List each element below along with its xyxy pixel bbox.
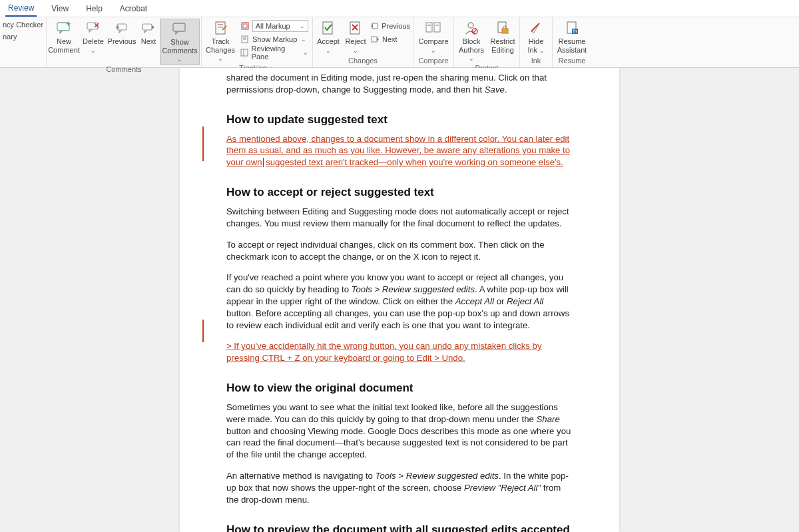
reject-button[interactable]: Reject: [342, 19, 369, 55]
resume-assistant-icon: in: [563, 20, 581, 36]
heading-preview-accepted: How to preview the document with all sug…: [226, 523, 573, 533]
resume-assistant-label: Resume Assistant: [557, 37, 587, 54]
show-comments-label: Show Comments: [162, 38, 198, 63]
para-ins1: As mentioned above, changes to a documen…: [226, 133, 573, 168]
previous-change-button[interactable]: Previous: [370, 20, 410, 32]
show-comments-icon: [170, 21, 189, 37]
para-3b: An alternative method is navigating to T…: [226, 470, 573, 505]
svg-text:+: +: [66, 21, 71, 29]
previous-comment-icon: [113, 20, 131, 36]
svg-rect-7: [173, 23, 185, 31]
new-comment-icon: +: [55, 20, 73, 36]
accept-button[interactable]: Accept: [314, 19, 342, 55]
group-ink: Hide Ink Ink: [520, 17, 553, 67]
group-label-comments: Comments: [48, 65, 200, 75]
show-markup-button[interactable]: Show Markup⌄: [240, 33, 308, 45]
restrict-editing-label: Restrict Editing: [490, 37, 515, 54]
group-compare: Compare Compare: [413, 17, 454, 67]
svg-rect-12: [243, 24, 247, 28]
group-label-compare: Compare: [415, 57, 452, 67]
heading-accept-reject: How to accept or reject suggested text: [226, 186, 573, 199]
group-changes: Accept Reject Previous Next Changes: [313, 17, 413, 67]
show-comments-button[interactable]: Show Comments: [160, 19, 200, 65]
svg-rect-5: [117, 24, 127, 30]
menu-review[interactable]: Review: [5, 1, 37, 17]
heading-update: How to update suggested text: [226, 113, 573, 127]
group-resume: in Resume Assistant Resume: [553, 17, 591, 67]
reject-icon: [346, 20, 365, 36]
svg-text:in: in: [573, 29, 577, 33]
svg-rect-16: [241, 49, 248, 56]
track-changes-button[interactable]: Track Changes: [203, 19, 238, 64]
new-comment-button[interactable]: + New Comment: [48, 19, 80, 55]
reject-label: Reject: [344, 37, 368, 54]
delete-comment-label: Delete: [81, 37, 105, 54]
group-label-changes: Changes: [314, 57, 411, 67]
restrict-editing-icon: [493, 20, 512, 36]
next-change-button[interactable]: Next: [370, 33, 410, 45]
menu-bar: Review View Help Acrobat: [0, 0, 799, 17]
para-2c: If you've reached a point where you know…: [226, 272, 573, 331]
group-label-resume: Resume: [554, 57, 590, 67]
compare-label: Compare: [416, 37, 451, 54]
menu-help[interactable]: Help: [83, 1, 105, 16]
markup-combo-icon: [240, 21, 250, 31]
heading-view-original: How to view the original document: [226, 382, 573, 395]
track-changes-label: Track Changes: [204, 37, 236, 63]
previous-comment-button[interactable]: Previous: [107, 19, 137, 47]
document-surface[interactable]: shared the document in Editing mode, jus…: [0, 68, 799, 532]
hide-ink-label: Hide Ink: [527, 37, 544, 54]
previous-change-icon: [370, 21, 379, 31]
svg-rect-6: [142, 24, 152, 30]
para-pre: shared the document in Editing mode, jus…: [226, 72, 573, 96]
compare-button[interactable]: Compare: [415, 19, 452, 55]
next-comment-label: Next: [141, 37, 156, 46]
accept-icon: [319, 20, 338, 36]
block-authors-button[interactable]: Block Authors: [455, 19, 487, 64]
next-change-icon: [370, 35, 380, 44]
menu-view[interactable]: View: [49, 1, 71, 16]
block-authors-icon: [462, 20, 481, 36]
resume-assistant-button[interactable]: in Resume Assistant: [554, 19, 590, 55]
para-3a: Sometimes you want to see what the initi…: [226, 401, 573, 461]
delete-comment-icon: [84, 20, 103, 36]
para-2b: To accept or reject individual changes, …: [226, 239, 573, 263]
svg-rect-18: [323, 22, 332, 34]
hide-ink-button[interactable]: Hide Ink: [521, 19, 551, 55]
accept-label: Accept: [316, 37, 341, 54]
svg-rect-32: [502, 29, 508, 33]
revision-bar-1: [202, 127, 204, 161]
compare-icon: [424, 20, 443, 36]
delete-comment-button[interactable]: Delete: [80, 19, 107, 55]
page[interactable]: shared the document in Editing mode, jus…: [180, 68, 619, 532]
reviewing-pane-icon: [240, 48, 249, 57]
svg-rect-25: [434, 23, 440, 32]
group-label-ink: Ink: [521, 57, 551, 67]
previous-comment-label: Previous: [108, 37, 136, 46]
show-markup-icon: [240, 35, 250, 44]
document-body[interactable]: shared the document in Editing mode, jus…: [226, 68, 573, 532]
para-2a: Switching between Editing and Suggesting…: [226, 206, 573, 230]
reviewing-pane-button[interactable]: Reviewing Pane⌄: [240, 47, 308, 59]
revision-bar-2: [202, 320, 204, 342]
svg-rect-22: [372, 23, 378, 29]
para-ins2: > If you've accidentally hit the wrong b…: [226, 340, 573, 364]
dictionary-clipped[interactable]: nary: [3, 31, 17, 43]
markup-combo[interactable]: All Markup: [252, 20, 308, 32]
markup-combo-row[interactable]: All Markup: [240, 20, 308, 32]
new-comment-label: New Comment: [48, 37, 80, 54]
group-protect: Block Authors Restrict Editing Protect: [454, 17, 520, 67]
group-comments: + New Comment Delete Previous: [47, 17, 202, 67]
svg-rect-23: [372, 37, 377, 42]
menu-acrobat[interactable]: Acrobat: [117, 1, 150, 16]
restrict-editing-button[interactable]: Restrict Editing: [487, 19, 518, 55]
next-comment-button[interactable]: Next: [137, 19, 160, 47]
group-accessibility-clipped: ncy Checker nary: [0, 17, 47, 67]
group-tracking: Track Changes All Markup Show Markup⌄ Re…: [202, 17, 313, 67]
next-comment-icon: [139, 20, 158, 36]
ribbon: ncy Checker nary + New Comment Delete: [0, 17, 799, 68]
consistency-checker-clipped[interactable]: ncy Checker: [3, 19, 43, 31]
block-authors-label: Block Authors: [457, 37, 486, 63]
svg-point-28: [468, 23, 473, 28]
svg-rect-24: [426, 23, 432, 32]
